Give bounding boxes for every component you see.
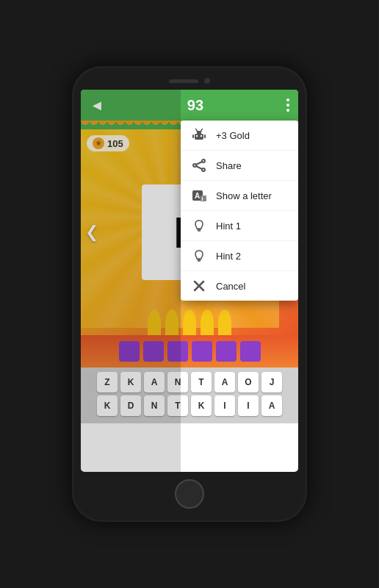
svg-rect-5 [197,131,201,134]
menu-item-show-letter[interactable]: A i Show a letter [181,181,298,211]
svg-point-10 [202,159,205,162]
menu-item-share[interactable]: Share [181,151,298,181]
key-I[interactable]: I [214,395,235,416]
svg-line-8 [195,129,197,130]
phone-bottom [81,472,298,512]
share-label: Share [216,160,242,171]
letter-a-icon: A i [191,187,207,204]
svg-rect-3 [192,135,194,138]
key-I2[interactable]: I [238,395,259,416]
menu-overlay[interactable] [81,90,181,472]
robot-icon [191,127,207,143]
svg-text:A: A [195,192,200,200]
svg-line-14 [196,166,202,169]
menu-item-cancel[interactable]: Cancel [181,271,298,301]
answer-tile-5[interactable] [216,341,237,362]
svg-line-9 [201,129,203,130]
menu-item-hint2[interactable]: Hint 2 [181,241,298,271]
svg-text:i: i [202,196,203,201]
menu-item-hint1[interactable]: Hint 1 [181,211,298,241]
show-letter-label: Show a letter [216,190,272,201]
key-O[interactable]: O [238,372,259,392]
fire-3 [183,309,196,335]
cancel-label: Cancel [216,281,245,292]
answer-tile-6[interactable] [240,341,261,362]
hint2-bulb-icon [191,248,207,264]
dropdown-menu: +3 Gold Share [181,121,298,301]
fire-5 [218,309,231,335]
phone-notch [81,75,298,90]
menu-item-gold[interactable]: +3 Gold [181,121,298,151]
svg-point-12 [202,168,205,171]
hint1-label: Hint 1 [216,220,241,232]
phone-camera [204,78,210,84]
svg-line-13 [196,162,202,165]
key-A3[interactable]: A [261,395,282,416]
key-K3[interactable]: K [191,395,212,416]
phone-speaker [169,79,198,83]
answer-tile-4[interactable] [192,341,212,362]
dot3 [286,109,289,112]
share-icon [191,157,207,173]
hint1-bulb-icon [191,218,207,234]
score-display: 93 [187,97,203,114]
phone-device: ◄ 93 ★ 105 ❮ N [72,66,307,522]
more-menu-button[interactable] [286,98,289,112]
gold-label: +3 Gold [216,130,250,141]
svg-point-2 [201,135,202,137]
fire-4 [201,309,214,335]
svg-rect-0 [195,134,203,140]
dot2 [286,104,289,107]
svg-point-11 [193,164,196,167]
cancel-icon [191,278,207,294]
svg-rect-4 [204,135,206,138]
hint2-label: Hint 2 [216,251,241,262]
phone-screen: ◄ 93 ★ 105 ❮ N [81,90,298,472]
key-T[interactable]: T [191,372,212,392]
key-A2[interactable]: A [214,372,235,392]
home-button[interactable] [175,479,204,509]
key-J[interactable]: J [261,372,282,392]
svg-point-1 [196,135,198,137]
dot1 [286,98,289,101]
